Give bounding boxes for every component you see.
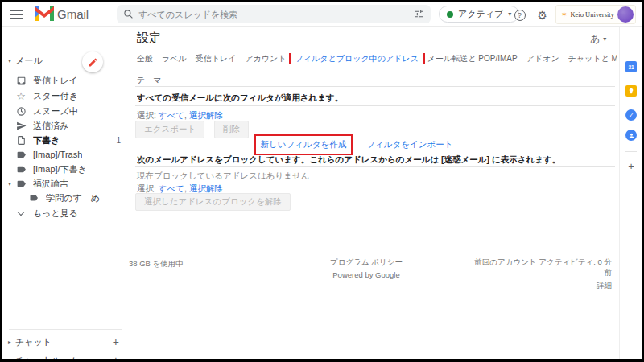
select-label: 選択: (137, 110, 156, 120)
help-icon[interactable]: ? (513, 8, 526, 22)
tab-labels[interactable]: ラベル (162, 53, 187, 64)
divider (135, 166, 615, 167)
add-room-button[interactable]: + (113, 354, 119, 359)
tab-general[interactable]: 全般 (137, 53, 153, 64)
sidebar-item-label: [Imap]/下書き (33, 163, 87, 175)
status-active-chip[interactable]: アクティブ ▾ (439, 6, 519, 23)
input-tools-language-button[interactable]: あ ▾ (590, 32, 606, 46)
sidebar-item-imap-trash[interactable]: [Imap]/Trash (2, 147, 129, 162)
sidebar-item-imap-drafts[interactable]: [Imap]/下書き (2, 162, 129, 176)
tab-chat-and-meet[interactable]: チャットと Meet (568, 53, 617, 64)
label-icon (15, 178, 27, 189)
collapsed-arrow-icon: ▸ (4, 357, 15, 360)
tab-addons[interactable]: アドオン (526, 53, 559, 64)
sidebar-item-snoozed[interactable]: スヌーズ中 (2, 104, 129, 118)
sidebar-item-label: 下書き (33, 134, 60, 146)
sidebar-item-label: スター付き (33, 90, 78, 102)
avatar[interactable] (617, 6, 634, 23)
compose-pencil-icon (88, 57, 98, 68)
create-new-filter-link[interactable]: 新しいフィルタを作成 (261, 139, 347, 149)
tab-accounts[interactable]: アカウント (245, 53, 286, 64)
delete-button[interactable]: 削除 (214, 121, 249, 138)
divider (135, 86, 615, 87)
gmail-logo-icon[interactable] (35, 6, 54, 21)
chevron-down-icon: ▾ (508, 10, 511, 18)
deselect-link[interactable]: 選択解除 (189, 183, 223, 193)
sidebar-item-gakumon-sublabel[interactable]: 学問のすゝめ (2, 191, 129, 205)
select-label: 選択: (137, 183, 156, 193)
screenshot-frame: Gmail アクティブ ▾ ? ⚙ ✶ Keio University ▾ メー… (0, 0, 644, 362)
expand-arrow-icon: ▾ (4, 57, 15, 64)
gmail-window: Gmail アクティブ ▾ ? ⚙ ✶ Keio University ▾ メー… (2, 2, 642, 359)
account-name: Keio University (570, 10, 614, 19)
sidebar-item-fukuzawa-label[interactable]: ▾ 福沢諭吉 (2, 176, 129, 191)
drafts-count: 1 (116, 136, 121, 145)
sidebar-item-more[interactable]: もっと見る (2, 206, 129, 220)
gmail-wordmark: Gmail (57, 7, 89, 21)
sidebar-section-label: チャット (15, 336, 52, 348)
filter-links-row: 新しいフィルタを作成 フィルタをインポート (129, 139, 580, 150)
storage-usage: 6.38 GB を使用中 (129, 259, 184, 269)
deselect-link[interactable]: 選択解除 (189, 110, 223, 120)
filters-select-row: 選択: すべて, 選択解除 (137, 110, 223, 121)
select-all-link[interactable]: すべて (159, 183, 184, 193)
import-filters-link[interactable]: フィルタをインポート (366, 139, 452, 149)
send-icon (15, 120, 27, 131)
search-options-tune-icon[interactable] (414, 9, 424, 19)
settings-tabs-row1: 全般 ラベル 受信トレイ アカウント フィルタとブロック中のアドレス メール転送… (137, 53, 617, 64)
sidebar-divider (9, 329, 122, 330)
settings-gear-icon[interactable]: ⚙ (535, 8, 549, 22)
page-title: 設定 (137, 31, 161, 46)
blocked-heading: 次のメールアドレスをブロックしています。これらのアドレスからのメールは [迷惑メ… (137, 154, 615, 166)
label-icon (28, 192, 39, 204)
search-bar[interactable] (117, 5, 431, 23)
details-link[interactable]: 詳細 (467, 281, 612, 291)
tab-themes[interactable]: テーマ (137, 76, 161, 84)
divider (135, 105, 615, 106)
contacts-icon[interactable] (625, 130, 637, 141)
tab-forwarding-pop-imap[interactable]: メール転送と POP/IMAP (427, 53, 518, 64)
last-account-activity: 前回のアカウント アクティビティ: 0 分前 (467, 257, 612, 278)
search-icon (123, 9, 134, 19)
sidebar-item-sent[interactable]: 送信済み (2, 118, 129, 133)
sidebar-section-chat[interactable]: ▸ チャット + (2, 335, 129, 349)
search-input[interactable] (138, 10, 409, 19)
sidebar-item-label: 送信済み (33, 120, 68, 132)
top-bar: Gmail アクティブ ▾ ? ⚙ ✶ Keio University (2, 2, 642, 27)
export-button[interactable]: エクスポート (135, 121, 204, 138)
right-side-panel: 31 ✓ + (619, 27, 642, 359)
draft-icon (15, 134, 27, 146)
program-policies-link[interactable]: プログラム ポリシー (298, 257, 435, 268)
annotation-highlight-box-create-filter: 新しいフィルタを作成 (254, 134, 353, 155)
filters-buttons-row: エクスポート 削除 (135, 121, 256, 138)
select-all-link[interactable]: すべて (159, 110, 184, 120)
sidebar-section-mail[interactable]: ▾ メール (2, 53, 129, 68)
left-sidebar: ▾ メール 受信トレイ ☆ スター付き スヌーズ中 送信済み 下書き 1 (2, 27, 129, 359)
label-icon (15, 149, 27, 160)
sidebar-item-inbox[interactable]: 受信トレイ (2, 73, 129, 88)
status-green-dot-icon (447, 11, 453, 18)
unblock-selected-button[interactable]: 選択したアドレスのブロックを解除 (135, 193, 291, 211)
keep-icon[interactable] (625, 85, 637, 97)
add-chat-button[interactable]: + (113, 335, 119, 348)
expand-arrow-icon[interactable]: ▾ (4, 180, 15, 187)
hamburger-menu-icon[interactable] (10, 10, 23, 19)
tab-inbox[interactable]: 受信トレイ (196, 53, 237, 64)
blocked-buttons-row: 選択したアドレスのブロックを解除 (135, 193, 298, 211)
sidebar-item-drafts[interactable]: 下書き 1 (2, 133, 129, 147)
sidebar-item-label: 受信トレイ (33, 75, 78, 87)
account-badge[interactable]: ✶ Keio University (555, 5, 636, 24)
tasks-icon[interactable]: ✓ (625, 109, 637, 121)
sidebar-section-label: チャットルーム (15, 355, 79, 360)
keio-emblem-icon: ✶ (561, 10, 568, 19)
chevron-down-icon (15, 208, 27, 219)
clock-icon (15, 105, 27, 117)
calendar-icon[interactable]: 31 (625, 61, 637, 72)
tab-filters-blocked-addresses[interactable]: フィルタとブロック中のアドレス (295, 54, 419, 63)
sidebar-section-rooms[interactable]: ▸ チャットルーム + (2, 353, 129, 359)
sidebar-item-label: もっと見る (33, 208, 78, 220)
get-addons-plus-button[interactable]: + (625, 160, 637, 172)
powered-by-google: Powered by Google (298, 270, 435, 279)
compose-button[interactable] (82, 51, 103, 72)
sidebar-item-starred[interactable]: ☆ スター付き (2, 88, 129, 103)
